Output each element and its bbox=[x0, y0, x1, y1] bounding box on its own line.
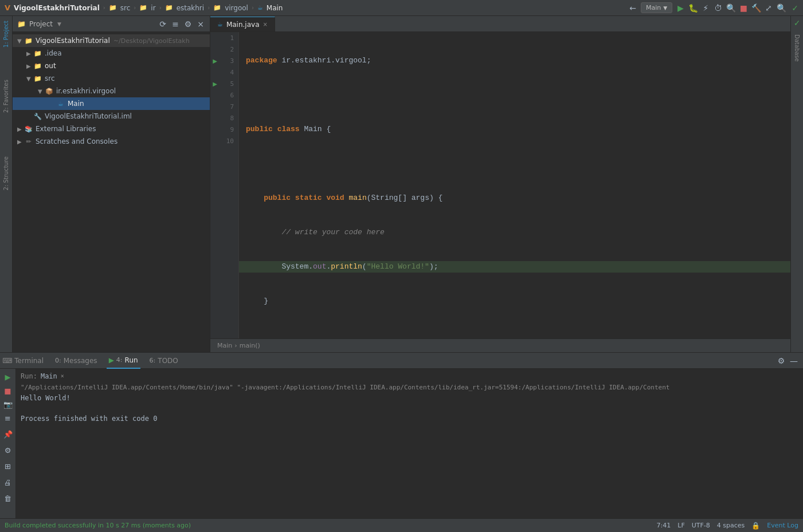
terminal-label: Terminal bbox=[14, 357, 44, 365]
line-num-7: 7 bbox=[210, 101, 238, 112]
scratches-icon: ✏ bbox=[24, 137, 33, 146]
app-name: VigoolEstakhriTutorial bbox=[14, 4, 100, 12]
title-bar-right: ← Main ▼ ▶ 🐛 ⚡ ⏱ 🔍 ■ 🔨 ⤢ 🔍 ✓ bbox=[628, 2, 798, 13]
todo-num: 6: bbox=[150, 357, 156, 364]
sidebar-tab-project[interactable]: 1: Project bbox=[2, 16, 10, 52]
close-panel-icon[interactable]: × bbox=[196, 19, 205, 29]
root-label: VigoolEstakhriTutorial bbox=[36, 37, 110, 45]
bottom-tab-terminal[interactable]: ⌨ Terminal bbox=[0, 353, 46, 369]
external-icon: 📚 bbox=[24, 124, 33, 133]
minimize-tool-icon[interactable]: — bbox=[789, 356, 798, 365]
tree-iml[interactable]: ▶ 🔧 VigoolEstakhriTutorial.iml bbox=[13, 110, 210, 123]
status-bar: Build completed successfully in 10 s 27 … bbox=[0, 518, 803, 532]
tree-external[interactable]: ▶ 📚 External Libraries bbox=[13, 123, 210, 135]
code-content[interactable]: package ir.estakhri.virgool; public clas… bbox=[239, 32, 790, 338]
run-gutter-icon-3[interactable]: ▶ bbox=[211, 57, 218, 64]
bottom-tab-messages[interactable]: 0: Messages bbox=[53, 353, 100, 369]
line-num-3: ▶ 3 bbox=[210, 55, 238, 66]
run-config-box[interactable]: Main ▼ bbox=[641, 2, 672, 13]
settings-icon[interactable]: ⚙ bbox=[183, 19, 193, 29]
tree-package[interactable]: ▼ 📦 ir.estakhri.virgool bbox=[13, 85, 210, 97]
database-tab[interactable]: Database bbox=[793, 30, 801, 66]
run-output[interactable]: Run: Main × "/Applications/IntelliJ IDEA… bbox=[16, 369, 803, 518]
messages-label: Messages bbox=[64, 357, 97, 365]
tree-root[interactable]: ▼ 📁 VigoolEstakhriTutorial ~/Desktop/Vig… bbox=[13, 34, 210, 47]
line-ending[interactable]: LF bbox=[677, 522, 684, 529]
trash-icon[interactable]: 🗑 bbox=[2, 492, 14, 504]
run-gutter-icon-5[interactable]: ▶ bbox=[211, 80, 218, 87]
settings-tool-icon[interactable]: ⚙ bbox=[777, 356, 786, 365]
run-tab-label: Run bbox=[125, 356, 138, 364]
layout-icon[interactable]: ⊞ bbox=[2, 460, 14, 472]
code-line-6: // write your code here bbox=[239, 227, 790, 238]
code-line-4 bbox=[239, 158, 790, 170]
coverage-button[interactable]: ⚡ bbox=[701, 3, 710, 13]
status-right: 7:41 LF UTF-8 4 spaces 🔒 Event Log bbox=[657, 522, 798, 530]
breadcrumb-estakhri[interactable]: estakhri bbox=[177, 4, 205, 12]
encoding[interactable]: UTF-8 bbox=[692, 522, 710, 529]
stop-run-icon[interactable]: ■ bbox=[2, 385, 14, 396]
idea-folder-icon: 📁 bbox=[33, 49, 42, 58]
bottom-tab-todo[interactable]: 6: TODO bbox=[147, 353, 181, 369]
db-check-icon: ✓ bbox=[794, 18, 801, 27]
bottom-panel: ⌨ Terminal 0: Messages ▶ 4: Run 6: TODO … bbox=[0, 352, 803, 518]
analyze-button[interactable]: 🔍 bbox=[726, 3, 735, 13]
breadcrumb-arrow: › bbox=[234, 342, 237, 349]
lock-icon: 🔒 bbox=[751, 522, 760, 530]
event-log[interactable]: Event Log bbox=[767, 522, 798, 529]
breadcrumb-src[interactable]: src bbox=[120, 4, 131, 12]
run-button[interactable]: ▶ bbox=[676, 3, 685, 13]
run-label: Run: bbox=[21, 371, 37, 381]
breadcrumb-class[interactable]: Main bbox=[217, 342, 232, 349]
stop-button[interactable]: ■ bbox=[739, 3, 748, 13]
search-button[interactable]: 🔍 bbox=[777, 3, 786, 13]
run-close-icon[interactable]: × bbox=[61, 371, 64, 381]
dropdown-arrow-icon[interactable]: ▼ bbox=[57, 21, 61, 27]
profile-button[interactable]: ⏱ bbox=[714, 3, 723, 13]
build-button[interactable]: 🔨 bbox=[751, 3, 761, 13]
idea-arrow: ▶ bbox=[26, 50, 33, 57]
code-line-9 bbox=[239, 330, 790, 338]
line-num-10: 10 bbox=[210, 135, 238, 147]
tree-main[interactable]: ▶ ☕ Main bbox=[13, 97, 210, 110]
screenshot-icon[interactable]: 📷 bbox=[2, 399, 14, 410]
src-folder-icon: 📁 bbox=[33, 74, 42, 83]
expand-button[interactable]: ⤢ bbox=[764, 3, 773, 13]
tree-src[interactable]: ▼ 📁 src bbox=[13, 72, 210, 85]
project-tools: ⟳ ≡ ⚙ × bbox=[158, 19, 205, 29]
close-tab-icon[interactable]: × bbox=[263, 21, 267, 27]
sync-icon[interactable]: ⟳ bbox=[158, 19, 167, 29]
tree-scratches[interactable]: ▶ ✏ Scratches and Consoles bbox=[13, 135, 210, 148]
folder-icon2: 📁 bbox=[139, 4, 147, 11]
tree-idea[interactable]: ▶ 📁 .idea bbox=[13, 47, 210, 60]
breadcrumb-ir[interactable]: ir bbox=[151, 4, 155, 12]
out-label: out bbox=[45, 62, 56, 70]
editor-tab-main[interactable]: ☕ Main.java × bbox=[210, 17, 275, 31]
print-icon[interactable]: 🖨 bbox=[2, 476, 14, 488]
debug-button[interactable]: 🐛 bbox=[688, 3, 698, 13]
iml-icon: 🔧 bbox=[33, 112, 42, 121]
bottom-tab-run[interactable]: ▶ 4: Run bbox=[107, 353, 140, 369]
code-line-3: public class Main { bbox=[239, 124, 790, 135]
rerun-icon[interactable]: ▶ bbox=[2, 371, 14, 383]
settings-run-icon[interactable]: ⚙ bbox=[2, 444, 14, 456]
list-icon[interactable]: ≡ bbox=[2, 412, 14, 424]
code-lines: package ir.estakhri.virgool; public clas… bbox=[239, 32, 790, 338]
package-label: ir.estakhri.virgool bbox=[56, 87, 116, 95]
left-sidebar-tabs: 1: Project 2: Favorites 2: Structure bbox=[0, 16, 13, 352]
sidebar-tab-favorites[interactable]: 2: Favorites bbox=[2, 75, 10, 117]
tree-out[interactable]: ▶ 📁 out bbox=[13, 60, 210, 72]
back-icon[interactable]: ← bbox=[628, 3, 637, 13]
indentation[interactable]: 4 spaces bbox=[717, 522, 745, 529]
breadcrumb-main[interactable]: Main bbox=[267, 4, 283, 12]
pin-icon[interactable]: 📌 bbox=[2, 428, 14, 440]
breadcrumb-virgool[interactable]: virgool bbox=[225, 4, 248, 12]
run-output-exit: Process finished with exit code 0 bbox=[21, 413, 798, 424]
sidebar-tab-structure[interactable]: 2: Structure bbox=[2, 152, 10, 195]
code-editor: 1 2 ▶ 3 4 ▶ 5 6 7 8 9 10 bbox=[210, 32, 790, 338]
editor-area: ☕ Main.java × 1 2 ▶ 3 4 ▶ 5 6 7 bbox=[210, 16, 790, 352]
breadcrumb-method[interactable]: main() bbox=[240, 342, 260, 349]
folder-icon: 📁 bbox=[109, 4, 117, 11]
cursor-position[interactable]: 7:41 bbox=[657, 522, 671, 529]
collapse-icon[interactable]: ≡ bbox=[171, 19, 180, 29]
